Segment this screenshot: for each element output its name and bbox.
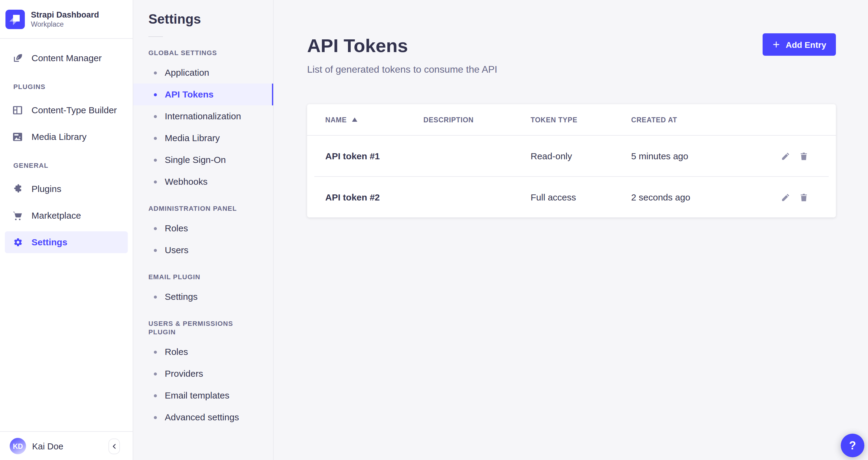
- shopping-cart-icon: [12, 210, 23, 221]
- settings-item-single-sign-on[interactable]: Single Sign-On: [133, 149, 273, 171]
- avatar[interactable]: KD: [10, 438, 26, 454]
- gear-icon: [12, 237, 23, 248]
- token-name: API token #1: [325, 151, 424, 161]
- settings-item-label: Application: [165, 67, 209, 78]
- main-content: API Tokens List of generated tokens to c…: [274, 0, 868, 460]
- column-header-description: DESCRIPTION: [424, 116, 531, 123]
- bullet-dot: [154, 180, 157, 183]
- screen: Strapi Dashboard Workplace Content Manag…: [0, 0, 868, 460]
- settings-item-label: Media Library: [165, 133, 220, 144]
- bullet-dot: [154, 227, 157, 230]
- settings-item-admin-roles[interactable]: Roles: [133, 217, 273, 239]
- sidebar-item-marketplace[interactable]: Marketplace: [5, 205, 128, 226]
- column-header-created-at: CREATED AT: [631, 116, 780, 123]
- settings-item-label: Webhooks: [165, 176, 208, 187]
- sidebar-item-content-manager[interactable]: Content Manager: [5, 47, 128, 69]
- pencil-icon: [780, 151, 790, 161]
- sidebar-item-settings[interactable]: Settings: [5, 232, 128, 253]
- settings-section-global: GLOBAL SETTINGS: [148, 49, 258, 57]
- column-header-label: TOKEN TYPE: [531, 116, 578, 123]
- bullet-dot: [154, 416, 157, 419]
- question-mark-icon: ?: [849, 439, 856, 452]
- pencil-icon: [780, 192, 790, 202]
- settings-section-admin-panel: ADMINISTRATION PANEL: [148, 204, 258, 213]
- workspace-header[interactable]: Strapi Dashboard Workplace: [0, 0, 133, 39]
- sidebar-item-label: Marketplace: [31, 210, 81, 221]
- settings-item-internationalization[interactable]: Internationalization: [133, 105, 273, 127]
- settings-item-label: Internationalization: [165, 111, 241, 122]
- bullet-dot: [154, 249, 157, 252]
- settings-item-application[interactable]: Application: [133, 62, 273, 84]
- help-button[interactable]: ?: [841, 434, 864, 457]
- settings-item-api-tokens[interactable]: API Tokens: [133, 84, 273, 105]
- column-header-name[interactable]: NAME: [325, 116, 424, 123]
- sort-ascending-icon: [352, 118, 358, 122]
- settings-item-label: Users: [165, 245, 188, 255]
- workspace-text: Strapi Dashboard Workplace: [31, 10, 99, 28]
- bullet-dot: [154, 372, 157, 375]
- settings-item-admin-users[interactable]: Users: [133, 239, 273, 261]
- sidebar-section-plugins: PLUGINS: [5, 82, 128, 91]
- table-header-row: NAME DESCRIPTION TOKEN TYPE CREATED AT: [307, 104, 836, 136]
- strapi-logo-icon: [5, 9, 25, 29]
- settings-item-providers[interactable]: Providers: [133, 363, 273, 385]
- settings-item-email-templates[interactable]: Email templates: [133, 385, 273, 406]
- table-row[interactable]: API token #1 Read-only 5 minutes ago: [307, 136, 836, 176]
- row-actions: [780, 192, 836, 202]
- delete-button[interactable]: [798, 192, 809, 202]
- settings-item-label: Roles: [165, 346, 188, 357]
- settings-item-media-library[interactable]: Media Library: [133, 127, 273, 149]
- row-actions: [780, 151, 836, 161]
- bullet-dot: [154, 394, 157, 397]
- settings-section-email-plugin: EMAIL PLUGIN: [148, 273, 258, 281]
- settings-subnav: Settings GLOBAL SETTINGS Application API…: [133, 0, 274, 460]
- settings-section-users-permissions: USERS & PERMISSIONS PLUGIN: [148, 319, 258, 336]
- column-header-label: CREATED AT: [631, 116, 677, 123]
- edit-button[interactable]: [780, 192, 790, 202]
- settings-item-up-roles[interactable]: Roles: [133, 341, 273, 363]
- token-created-at: 5 minutes ago: [631, 151, 780, 161]
- settings-item-label: API Tokens: [165, 89, 214, 100]
- settings-item-email-settings[interactable]: Settings: [133, 286, 273, 308]
- api-tokens-table: NAME DESCRIPTION TOKEN TYPE CREATED AT A: [307, 104, 836, 217]
- divider: [148, 36, 163, 37]
- workspace-name: Strapi Dashboard: [31, 10, 99, 20]
- add-entry-button[interactable]: Add Entry: [763, 33, 836, 56]
- table-row[interactable]: API token #2 Full access 2 seconds ago: [307, 177, 836, 217]
- page-header-text: API Tokens List of generated tokens to c…: [307, 35, 497, 76]
- column-header-token-type: TOKEN TYPE: [531, 116, 631, 123]
- sidebar-item-label: Content-Type Builder: [31, 105, 117, 116]
- sidebar-item-content-type-builder[interactable]: Content-Type Builder: [5, 99, 128, 121]
- bullet-dot: [154, 350, 157, 354]
- settings-item-label: Providers: [165, 368, 203, 379]
- settings-item-label: Settings: [165, 291, 197, 302]
- token-type: Full access: [531, 192, 631, 202]
- edit-button[interactable]: [780, 151, 790, 161]
- layout-grid-icon: [12, 105, 23, 116]
- settings-subnav-title: Settings: [148, 11, 273, 28]
- trash-icon: [799, 192, 808, 202]
- sidebar-nav: Content Manager PLUGINS Content-Type Bui…: [0, 39, 133, 431]
- column-header-label: NAME: [325, 116, 347, 123]
- chevron-left-icon: [111, 443, 117, 449]
- puzzle-icon: [12, 184, 23, 194]
- sidebar-item-media-library[interactable]: Media Library: [5, 126, 128, 148]
- plus-icon: [772, 40, 780, 49]
- collapse-sidebar-button[interactable]: [108, 438, 120, 454]
- bullet-dot: [154, 115, 157, 118]
- delete-button[interactable]: [798, 151, 809, 161]
- page-header: API Tokens List of generated tokens to c…: [307, 35, 836, 76]
- page-title: API Tokens: [307, 35, 497, 57]
- settings-item-advanced-settings[interactable]: Advanced settings: [133, 406, 273, 428]
- token-created-at: 2 seconds ago: [631, 192, 780, 202]
- sidebar-footer: KD Kai Doe: [0, 431, 133, 460]
- feather-pen-icon: [12, 53, 23, 64]
- image-icon: [12, 131, 23, 142]
- sidebar-item-label: Settings: [31, 237, 67, 248]
- sidebar-item-plugins[interactable]: Plugins: [5, 178, 128, 200]
- token-type: Read-only: [531, 151, 631, 161]
- settings-item-label: Single Sign-On: [165, 154, 226, 165]
- settings-item-label: Email templates: [165, 390, 229, 401]
- main-sidebar: Strapi Dashboard Workplace Content Manag…: [0, 0, 133, 460]
- settings-item-webhooks[interactable]: Webhooks: [133, 171, 273, 193]
